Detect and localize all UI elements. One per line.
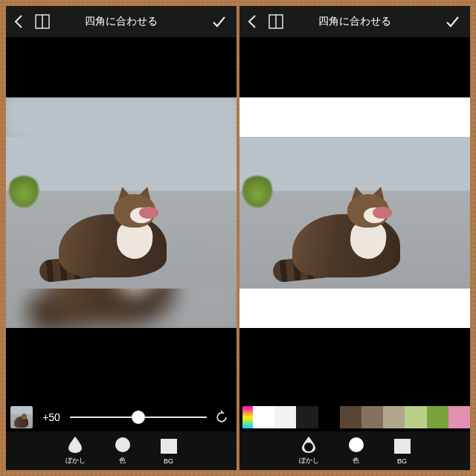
back-button[interactable] (239, 6, 265, 37)
tool-label: 色 (353, 456, 359, 466)
tool-blur[interactable]: ぼかし (60, 433, 91, 469)
tool-bg[interactable]: BG (387, 434, 417, 468)
color-swatch[interactable] (318, 406, 340, 428)
top-bar: 四角に合わせる (6, 6, 237, 37)
confirm-button[interactable] (439, 6, 466, 37)
tool-label: 色 (119, 456, 126, 466)
source-thumbnail[interactable] (10, 406, 33, 428)
screen-left: 四角に合わせる +50 (6, 6, 237, 470)
bg-pattern-icon (160, 437, 178, 455)
tool-color[interactable]: 色 (341, 433, 371, 469)
photo (239, 137, 470, 289)
blur-drop-icon (66, 436, 84, 454)
tool-blur[interactable]: ぼかし (293, 433, 325, 469)
canvas[interactable] (6, 37, 237, 403)
color-swatch[interactable] (405, 406, 426, 428)
reset-button[interactable] (211, 407, 232, 428)
bg-pattern-icon (393, 437, 411, 455)
aspect-ratio-icon[interactable] (31, 6, 54, 37)
canvas[interactable] (239, 37, 470, 403)
color-swatch[interactable] (383, 406, 405, 428)
blur-slider[interactable] (70, 406, 207, 428)
image-square (239, 97, 470, 328)
blur-drop-icon (300, 436, 318, 454)
color-swatch[interactable] (427, 406, 448, 428)
color-circle-icon (347, 436, 365, 454)
screen-right: 四角に合わせる ぼかし 色 BG (239, 6, 470, 470)
back-button[interactable] (6, 6, 31, 37)
color-swatch[interactable] (296, 406, 318, 428)
image-square (6, 97, 237, 328)
color-swatch[interactable] (253, 406, 274, 428)
tool-label: BG (397, 457, 407, 465)
blur-option-bar: +50 (6, 403, 237, 431)
slider-value: +50 (37, 411, 65, 423)
tool-color[interactable]: 色 (108, 433, 138, 469)
color-swatch[interactable] (274, 406, 296, 428)
tool-label: ぼかし (65, 456, 86, 466)
color-swatch[interactable] (448, 406, 470, 428)
color-palette (239, 403, 470, 431)
tool-bar: ぼかし 色 BG (239, 431, 470, 470)
photo (6, 137, 237, 289)
tool-bar: ぼかし 色 BG (6, 431, 237, 470)
tool-label: BG (164, 457, 173, 465)
confirm-button[interactable] (205, 6, 232, 37)
color-swatch[interactable] (361, 406, 383, 428)
tool-bg[interactable]: BG (154, 434, 184, 468)
color-swatch[interactable] (340, 406, 361, 428)
aspect-ratio-icon[interactable] (265, 6, 287, 37)
tool-label: ぼかし (299, 456, 319, 466)
color-circle-icon (114, 436, 132, 454)
top-bar: 四角に合わせる (239, 6, 470, 37)
color-picker-gradient[interactable] (242, 406, 253, 428)
